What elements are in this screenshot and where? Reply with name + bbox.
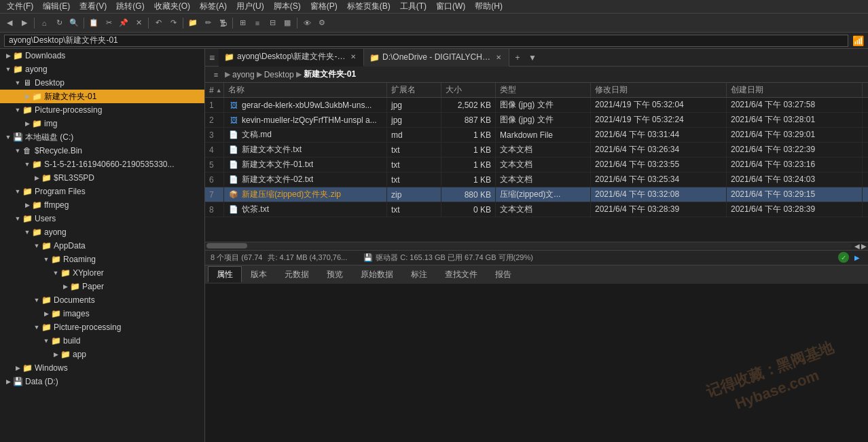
expand-arrow-icon[interactable]: ▶ [42,310,50,318]
tree-item[interactable]: ▼📁ayong [0,62,204,76]
menu-jump[interactable]: 跳转(G) [112,0,148,13]
tab-dropdown-button[interactable]: ▼ [526,49,539,67]
tab-close-button[interactable]: ✕ [348,52,358,62]
breadcrumb-folder[interactable]: 新建文件夹-01 [304,69,356,80]
collapse-arrow-icon[interactable]: ▼ [14,106,22,114]
tree-item[interactable]: ▼🗑$Recycle.Bin [0,144,204,158]
tree-item[interactable]: ▼📁S-1-5-21-161940660-2190535330... [0,158,204,171]
menu-user[interactable]: 用户(U) [232,0,268,13]
bottom-tab-6[interactable]: 查找文件 [436,266,486,282]
undo-button[interactable]: ↶ [151,16,165,30]
breadcrumb-ayong[interactable]: ayong [232,70,255,79]
tree-item[interactable]: ▼📁Picture-processing [0,320,204,334]
menu-help[interactable]: 帮助(H) [471,0,507,13]
tree-item[interactable]: ▶📁Paper [0,280,204,293]
tree-item[interactable]: ▶📁Downloads [0,49,204,62]
collapse-arrow-icon[interactable]: ▼ [33,242,41,250]
column-button[interactable]: ▦ [281,16,294,30]
menu-tags[interactable]: 标签(A) [196,0,231,13]
collapse-arrow-icon[interactable]: ▼ [42,337,50,345]
address-input[interactable] [4,35,848,47]
collapse-arrow-icon[interactable]: ▼ [42,255,50,263]
expand-arrow-icon[interactable]: ▶ [4,52,12,60]
breadcrumb-desktop[interactable]: Desktop [264,70,294,79]
collapse-arrow-icon[interactable]: ▼ [52,269,60,277]
expand-arrow-icon[interactable]: ▶ [61,282,69,291]
tree-item[interactable]: ▶📁Windows [0,361,204,375]
col-num[interactable]: # ▲ [205,83,224,97]
sort-button[interactable]: ≡ [251,16,264,30]
file-tab-1[interactable]: 📁D:\OneDrive - DIGITALYCHEE\内...\通稿图片✕ [364,49,509,67]
bottom-tab-4[interactable]: 原始数据 [352,266,402,282]
tree-item[interactable]: ▼📁Documents [0,293,204,307]
bottom-tab-3[interactable]: 预览 [318,266,352,282]
col-name[interactable]: 名称 [224,83,387,97]
filter-button[interactable]: ⊞ [236,16,249,30]
delete-button[interactable]: ✕ [132,16,145,30]
add-tab-button[interactable]: + [509,49,526,67]
tree-item[interactable]: ▼📁ayong [0,225,204,239]
bottom-tab-1[interactable]: 版本 [242,266,276,282]
menu-window[interactable]: 窗口(W) [432,0,469,13]
collapse-arrow-icon[interactable]: ▼ [33,296,41,304]
col-modified[interactable]: 修改日期 [591,83,727,97]
col-ext[interactable]: 扩展名 [387,83,441,97]
expand-arrow-icon[interactable]: ▶ [23,119,31,128]
menu-tabset[interactable]: 标签页集(B) [343,0,395,13]
collapse-arrow-icon[interactable]: ▼ [4,133,12,141]
collapse-arrow-icon[interactable]: ▼ [23,228,31,236]
bottom-tab-7[interactable]: 报告 [486,266,520,282]
menu-view[interactable]: 查看(V) [75,0,111,13]
forward-button[interactable]: ▶ [18,16,31,30]
col-created[interactable]: 创建日期 [727,83,863,97]
breadcrumb-menu-btn[interactable]: ≡ [209,68,223,81]
tree-item[interactable]: ▼📁build [0,334,204,348]
menu-tools[interactable]: 工具(T) [396,0,431,13]
col-type[interactable]: 类型 [496,83,591,97]
file-row[interactable]: 7📦新建压缩(zipped)文件夹.zipzip880 KB压缩(zipped)… [205,187,868,202]
expand-arrow-icon[interactable]: ▶ [23,201,31,209]
menu-file[interactable]: 文件(F) [3,0,37,13]
file-row[interactable]: 4📄新建文本文件.txttxt1 KB文本文档2021/6/4 下午 03:26… [205,143,868,158]
collapse-arrow-icon[interactable]: ▼ [14,187,22,196]
menu-edit[interactable]: 编辑(E) [39,0,74,13]
expand-arrow-icon[interactable]: ▶ [4,377,12,386]
tree-item[interactable]: ▶📁app [0,348,204,361]
tree-item[interactable]: ▼📁AppData [0,239,204,253]
expand-arrow-icon[interactable]: ▶ [33,174,41,182]
tree-item[interactable]: ▶📁$RL3S5PD [0,171,204,185]
cut-button[interactable]: ✂ [102,16,115,30]
collapse-arrow-icon[interactable]: ▼ [33,323,41,331]
tree-item[interactable]: ▼🖥Desktop [0,76,204,90]
rename-button[interactable]: ✏ [201,16,215,30]
tree-item[interactable]: ▶📁ffmpeg [0,198,204,212]
tree-item[interactable]: ▼📁Roaming [0,253,204,266]
file-tab-0[interactable]: 📁ayong\Desktop\新建文件夹-01✕ [219,49,364,67]
home-button[interactable]: ⌂ [37,16,51,30]
tree-item[interactable]: ▶📁新建文件夹-01 [0,90,204,103]
copy-button[interactable]: 📋 [87,16,101,30]
menu-scripts[interactable]: 脚本(S) [270,0,305,13]
redo-button[interactable]: ↷ [166,16,180,30]
file-row[interactable]: 8📄饮茶.txttxt0 KB文本文档2021/6/4 下午 03:28:392… [205,202,868,217]
file-row[interactable]: 3📄文稿.mdmd1 KBMarkdown File2021/6/4 下午 03… [205,128,868,143]
tree-item[interactable]: ▶📁img [0,117,204,130]
refresh-button[interactable]: ↻ [52,16,66,30]
file-list-container[interactable]: # ▲ 名称 扩展名 大小 类型 修改日期 [205,83,868,242]
back-button[interactable]: ◀ [3,16,16,30]
tree-item[interactable]: ▼📁XYplorer [0,266,204,280]
search-button[interactable]: 🔍 [67,16,81,30]
tab-menu-button[interactable]: ≡ [205,51,219,65]
tree-item[interactable]: ▼📁Picture-processing [0,103,204,117]
expand-arrow-icon[interactable]: ▶ [52,350,60,358]
expand-arrow-icon[interactable]: ▶ [14,364,22,372]
tree-item[interactable]: ▼💾本地磁盘 (C:) [0,130,204,144]
preview-button[interactable]: 👁 [300,16,314,30]
menu-favorites[interactable]: 收藏夹(O) [150,0,194,13]
menu-panes[interactable]: 窗格(P) [306,0,342,13]
bottom-tab-2[interactable]: 元数据 [276,266,318,282]
file-row[interactable]: 6📄新建文本文件-02.txttxt1 KB文本文档2021/6/4 下午 03… [205,172,868,187]
collapse-arrow-icon[interactable]: ▼ [23,160,31,168]
collapse-arrow-icon[interactable]: ▼ [14,215,22,223]
bottom-tab-0[interactable]: 属性 [208,266,242,282]
